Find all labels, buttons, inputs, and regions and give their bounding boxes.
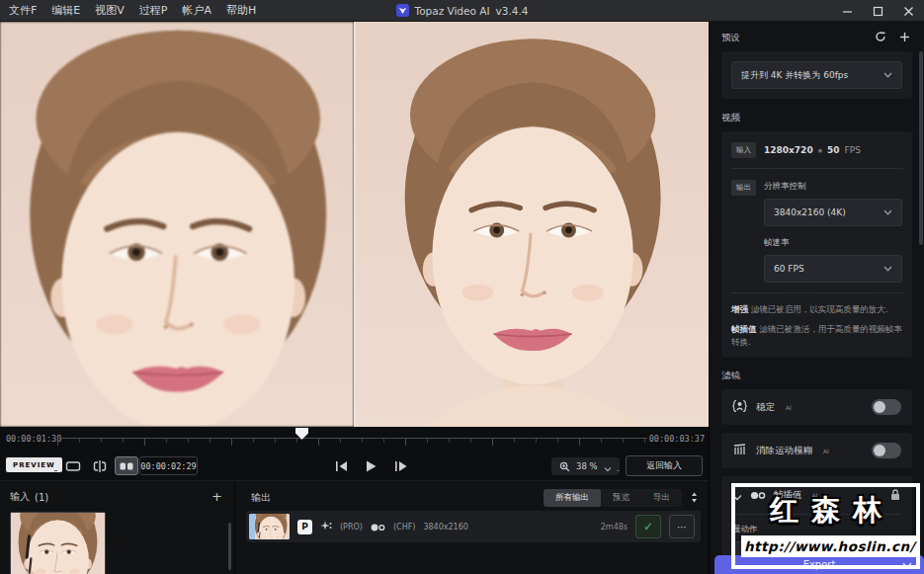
output-duration: 2m48s [601, 523, 628, 532]
timeline-start-time: 00:00:01:38 [6, 434, 61, 444]
menu-account[interactable]: 帐户A [182, 3, 211, 18]
menu-help[interactable]: 帮助H [226, 3, 256, 18]
divider [54, 470, 57, 471]
minimize-icon[interactable] [842, 2, 853, 21]
resolution-label: 分辨率控制 [764, 179, 902, 193]
divider [131, 470, 134, 471]
presets-card: 提升到 4K 并转换为 60fps [721, 51, 912, 99]
output-panel: 输出 所有输出 预览 导出 P (PRO) (CHF) 3840x2160 [236, 481, 709, 574]
zoom-control[interactable]: 38 % [551, 457, 620, 475]
deblur-toggle[interactable] [872, 443, 901, 458]
output-thumbnail [249, 514, 290, 539]
app-window: 文件F 编辑E 视图V 过程P 帐户A 帮助H Topaz Video AI v… [0, 0, 924, 574]
window-controls [842, 0, 914, 22]
stabilize-toggle[interactable] [872, 399, 901, 415]
return-to-input-button[interactable]: 返回输入 [626, 455, 703, 476]
preview-before-image [0, 22, 354, 427]
maximize-icon[interactable] [873, 2, 883, 21]
preview-viewport[interactable] [0, 22, 709, 427]
resolution-dropdown[interactable]: 3840x2160 (4K) [764, 199, 902, 226]
watermark-url: http://www.hoslin.cn/ [741, 535, 918, 557]
preset-dropdown[interactable]: 提升到 4K 并转换为 60fps [731, 61, 902, 89]
framerate-label: 帧速率 [764, 237, 902, 249]
dot-separator-icon: ● [818, 147, 822, 153]
note-interp-text: 滤镜已被激活，用于高质量的视频帧率转换. [731, 324, 902, 347]
input-count: (1) [35, 492, 48, 503]
watermark-overlay: 红森林 http://www.hoslin.cn/ [731, 483, 920, 569]
stabilize-label: 稳定 [756, 401, 775, 414]
add-preset-icon[interactable] [899, 32, 910, 44]
input-scrollbar[interactable] [228, 523, 231, 570]
resolution-value: 3840x2160 (4K) [774, 207, 846, 217]
play-button[interactable] [365, 458, 378, 477]
tab-preview[interactable]: 预览 [601, 489, 641, 507]
timeline-end-time: 00:00:03:37 [649, 434, 705, 444]
title-bar: 文件F 编辑E 视图V 过程P 帐户A 帮助H Topaz Video AI v… [0, 0, 924, 22]
chevron-down-icon [883, 207, 892, 217]
chevron-down-icon [883, 70, 892, 80]
menu-bar: 文件F 编辑E 视图V 过程P 帐户A 帮助H [0, 3, 256, 18]
enhancement-sparkle-icon [320, 518, 332, 536]
tab-export[interactable]: 导出 [641, 489, 682, 507]
timeline-ruler[interactable] [57, 438, 647, 446]
interpolation-icon [371, 518, 385, 536]
video-card: 输入 1280x720 ● 50 FPS 输出 分辨率控制 3840x2160 … [721, 131, 912, 358]
timecode-input[interactable]: 00:00:02:29 [139, 456, 198, 475]
ai-tag: AI [786, 404, 792, 411]
menu-file[interactable]: 文件F [9, 3, 37, 18]
note-interp-term: 帧插值 [731, 324, 757, 334]
compare-split-divider[interactable] [354, 22, 356, 427]
add-input-button[interactable]: + [211, 492, 222, 502]
magnifier-icon [559, 457, 570, 476]
bottom-area: 输入 (1) + 输出 所有输出 预览 导出 [0, 481, 709, 574]
view-split-button[interactable] [88, 456, 112, 475]
note-enhance-text: 滤镜已被启用，以实现高质量的放大. [751, 304, 888, 314]
interp-model-tag: (CHF) [393, 523, 415, 532]
input-panel: 输入 (1) + [0, 481, 234, 574]
filter-stabilize[interactable]: 稳定AI [721, 389, 912, 425]
playback-controls [334, 458, 408, 477]
output-resolution: 3840x2160 [423, 523, 467, 532]
note-enhance-term: 增强 [731, 304, 748, 314]
watermark-title: 红森林 [735, 491, 916, 531]
zoom-level: 38 % [576, 461, 598, 471]
chevron-down-icon [883, 264, 892, 274]
view-single-button[interactable] [61, 456, 85, 475]
output-badge: 输出 [731, 180, 756, 196]
output-tabs: 所有输出 预览 导出 [544, 489, 682, 507]
close-icon[interactable] [903, 2, 914, 21]
settings-scrollbar[interactable] [919, 51, 923, 245]
video-section-title: 视频 [721, 112, 740, 124]
app-name: Topaz Video AI [415, 5, 490, 17]
input-fps-unit: FPS [845, 145, 861, 155]
step-forward-button[interactable] [393, 458, 408, 477]
view-side-by-side-button[interactable] [115, 456, 138, 475]
framerate-dropdown[interactable]: 60 FPS [764, 255, 902, 283]
refresh-icon[interactable] [875, 31, 886, 44]
filter-motion-deblur[interactable]: 消除运动模糊AI [721, 433, 912, 468]
preset-dropdown-value: 提升到 4K 并转换为 60fps [741, 69, 848, 82]
input-video-thumbnail[interactable] [10, 512, 106, 574]
menu-view[interactable]: 视图V [95, 3, 125, 18]
presets-section-title: 预设 [721, 32, 740, 44]
step-back-button[interactable] [334, 458, 349, 477]
output-check-button[interactable]: ✓ [635, 515, 661, 538]
output-panel-title: 输出 [251, 491, 271, 505]
app-version: v3.4.4 [496, 5, 529, 17]
input-fps: 50 [827, 145, 840, 155]
menu-edit[interactable]: 编辑E [51, 3, 80, 18]
input-panel-title: 输入 [10, 490, 30, 504]
framerate-value: 60 FPS [774, 264, 804, 274]
input-badge: 输入 [731, 142, 756, 158]
preview-badge: P [297, 520, 312, 534]
sort-icon[interactable] [690, 492, 699, 505]
output-more-button[interactable]: ⋯ [669, 515, 695, 538]
view-mode-group [61, 456, 138, 475]
topaz-logo-icon [396, 4, 409, 17]
preview-after-image [356, 22, 709, 427]
menu-process[interactable]: 过程P [139, 3, 168, 18]
ai-tag: AI [823, 448, 829, 454]
output-row[interactable]: P (PRO) (CHF) 3840x2160 2m48s ✓ ⋯ [246, 511, 701, 542]
transport-bar: PREVIEW 00:00:02:29 38 % 返回输入 [0, 450, 709, 481]
tab-all-outputs[interactable]: 所有输出 [544, 489, 601, 507]
